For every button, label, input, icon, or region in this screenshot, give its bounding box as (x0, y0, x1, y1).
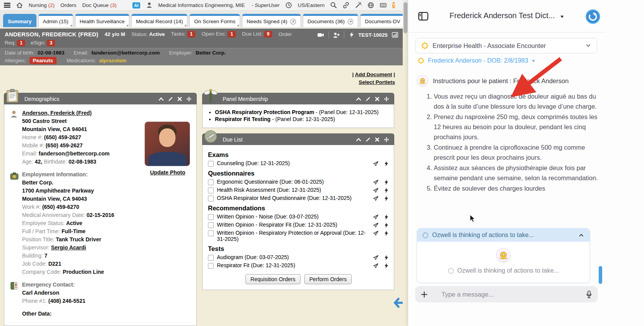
ai-badge[interactable]: AI (132, 2, 140, 9)
perform-order-icon[interactable] (383, 161, 389, 167)
nav-item-nursing[interactable]: Nursing (2) (29, 2, 55, 8)
close-icon[interactable] (374, 137, 380, 142)
external-link-icon[interactable] (347, 19, 354, 25)
tab-on-screen-forms[interactable]: On Screen Forms (189, 14, 240, 27)
microphone-icon[interactable] (586, 290, 592, 299)
send-order-icon[interactable] (373, 255, 379, 261)
move-icon[interactable] (384, 137, 389, 142)
hamburger-menu-icon[interactable] (4, 2, 10, 9)
patient-context-dropdown[interactable]: Frederick Anderson - DOB: 2/8/1983 (417, 57, 535, 64)
portlet-header[interactable]: Panel Membership (202, 93, 394, 104)
org-name: Medical Informatics Engineering, MIE (158, 2, 245, 8)
checkbox[interactable] (208, 255, 214, 261)
home-icon[interactable] (16, 2, 23, 9)
checkbox[interactable] (208, 179, 214, 185)
collapse-icon[interactable] (158, 96, 164, 102)
close-icon[interactable] (177, 96, 182, 102)
external-link-icon[interactable] (290, 19, 296, 25)
req-badge[interactable]: 1 (17, 40, 25, 46)
tab-label: Needs Signed (4) (247, 19, 287, 24)
requisition-orders-button[interactable]: Requisition Orders (246, 274, 301, 284)
portlet-header[interactable]: Due List (202, 133, 394, 145)
tab-medical-record[interactable]: Medical Record (14) (131, 14, 188, 27)
link-icon[interactable] (343, 2, 349, 9)
scrollbar-thumb[interactable] (404, 2, 407, 33)
tab-documents[interactable]: Documents (36) (303, 14, 358, 27)
due-list-badge[interactable]: 9 (264, 31, 272, 38)
perform-order-icon[interactable] (383, 255, 389, 261)
thinking-card-header[interactable]: Ozwell is thinking of actions to take... (417, 229, 590, 242)
medication-value[interactable]: alprazolam (99, 58, 127, 63)
send-order-icon[interactable] (373, 214, 379, 220)
open-enc-badge[interactable]: 1 (228, 31, 236, 38)
message-input[interactable] (441, 291, 586, 298)
timezone[interactable]: US/Eastern (298, 2, 325, 8)
send-order-icon[interactable] (373, 263, 379, 269)
perform-order-icon[interactable] (383, 196, 389, 201)
perform-orders-button[interactable]: Perform Orders (304, 274, 352, 284)
edit-icon[interactable] (365, 137, 371, 142)
collapse-icon[interactable] (356, 137, 361, 142)
chat-title-dropdown[interactable]: Frederick Anderson Test Dict... (424, 11, 590, 20)
chat-scrollbar-thumb[interactable] (599, 266, 602, 284)
wand-icon[interactable] (355, 2, 362, 9)
perform-order-icon[interactable] (383, 230, 389, 236)
portlet-area: | Add Document | Select Portlets Demogra… (0, 65, 403, 326)
home-label: Home #: (22, 134, 43, 140)
move-icon[interactable] (384, 96, 389, 102)
keyboard-icon[interactable] (380, 2, 386, 9)
send-order-icon[interactable] (373, 230, 379, 236)
tab-summary[interactable]: Summary (3, 14, 36, 27)
send-order-icon[interactable] (373, 179, 379, 185)
attach-plus-icon[interactable] (421, 291, 428, 298)
order-link[interactable]: Order (278, 31, 292, 37)
portlet-header[interactable]: Demographics (4, 93, 197, 104)
edit-icon[interactable] (168, 96, 173, 102)
update-photo-link[interactable]: Update Photo (150, 169, 185, 177)
supervisor-link[interactable]: Sergio Acardi (51, 244, 86, 251)
checkbox[interactable] (208, 214, 214, 220)
search-icon[interactable] (330, 2, 337, 9)
video-call-icon[interactable] (317, 32, 324, 38)
send-order-icon[interactable] (373, 188, 379, 193)
tab-admin[interactable]: Admin (15) (38, 14, 73, 27)
globe-icon[interactable] (368, 2, 374, 9)
company-code-value: Production Line (63, 269, 104, 275)
collapse-icon[interactable] (356, 96, 361, 102)
checkbox[interactable] (208, 222, 214, 228)
move-icon[interactable] (186, 96, 192, 102)
page-scrollbar[interactable] (403, 0, 408, 326)
help-icon[interactable]: ? (392, 2, 395, 9)
tab-needs-signed[interactable]: Needs Signed (4) (242, 14, 301, 27)
chart-icon[interactable] (392, 32, 398, 38)
checkbox[interactable] (208, 188, 214, 193)
close-icon[interactable] (374, 96, 380, 102)
send-order-icon[interactable] (373, 196, 379, 201)
ozwell-logo[interactable] (586, 9, 600, 24)
tasks-badge[interactable]: 1 (187, 31, 196, 38)
checkbox[interactable] (208, 263, 214, 269)
nav-item-orders[interactable]: Orders (60, 2, 76, 8)
add-document-link[interactable]: Add Document (355, 72, 392, 77)
esign-badge[interactable]: 3 (47, 40, 55, 46)
send-order-icon[interactable] (373, 161, 379, 167)
add-person-icon[interactable] (333, 32, 340, 38)
perform-order-icon[interactable] (383, 214, 389, 220)
send-order-icon[interactable] (373, 222, 379, 228)
chevron-down-icon (585, 44, 591, 48)
checkbox[interactable] (208, 161, 214, 167)
tab-health-surveillance[interactable]: Health Surveillance (75, 14, 129, 27)
checkbox[interactable] (208, 196, 214, 201)
lightning-icon[interactable] (349, 32, 354, 38)
edit-icon[interactable] (365, 96, 371, 102)
perform-order-icon[interactable] (383, 222, 389, 228)
patient-name-link[interactable]: Anderson, Frederick (Fred) (22, 110, 92, 116)
checkbox[interactable] (208, 230, 214, 236)
encounter-selector[interactable]: Enterprise Health - Associate Encounter (415, 38, 597, 53)
allergy-badge[interactable]: Peanuts (29, 57, 57, 64)
nav-item-doc-queue[interactable]: Doc Queue (3) (82, 2, 117, 8)
select-portlets-link[interactable]: Select Portlets (359, 79, 395, 85)
perform-order-icon[interactable] (383, 179, 389, 185)
perform-order-icon[interactable] (383, 263, 389, 269)
perform-order-icon[interactable] (383, 188, 389, 193)
